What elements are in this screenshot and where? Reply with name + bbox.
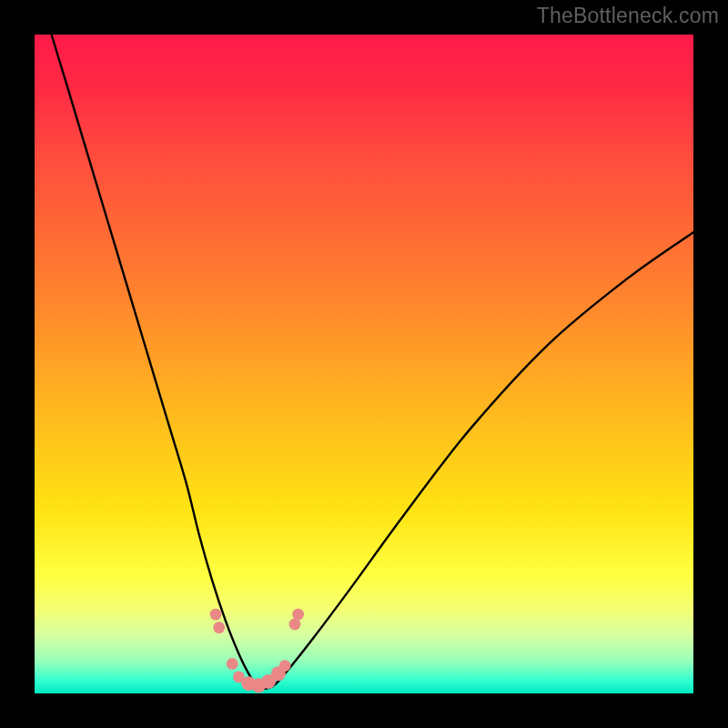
watermark-text: TheBottleneck.com <box>537 4 719 28</box>
bottleneck-curve-svg <box>35 35 693 693</box>
bottleneck-curve-path <box>35 0 693 689</box>
curve-marker <box>227 658 238 670</box>
curve-marker <box>279 660 291 672</box>
plot-area <box>35 35 693 693</box>
curve-marker <box>213 622 225 633</box>
curve-markers <box>210 609 304 693</box>
chart-frame: TheBottleneck.com <box>0 0 728 728</box>
curve-marker <box>210 609 222 621</box>
curve-marker <box>289 619 301 631</box>
curve-marker <box>292 609 304 621</box>
